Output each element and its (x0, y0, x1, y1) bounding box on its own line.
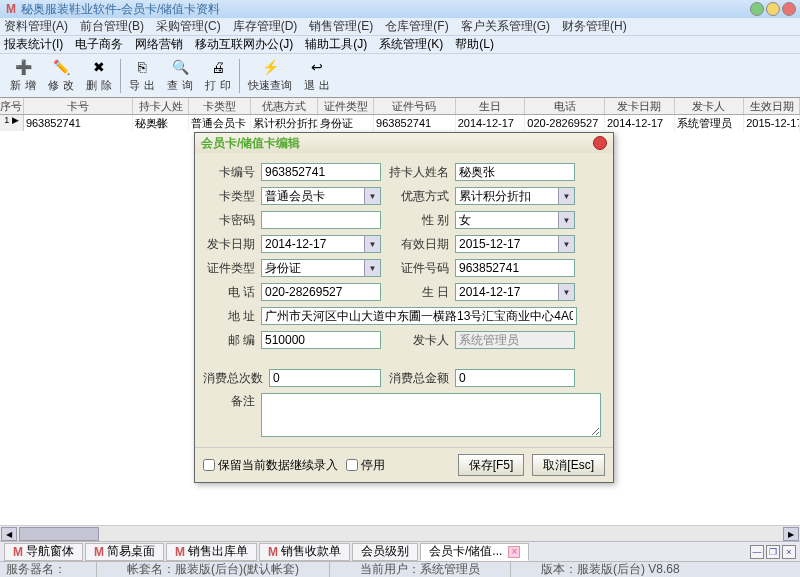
tab-member-level[interactable]: 会员级别 (352, 543, 418, 561)
cert-type-select[interactable]: 身份证▼ (261, 259, 381, 277)
gender-select[interactable]: 女▼ (455, 211, 575, 229)
count-input[interactable] (269, 369, 381, 387)
chevron-down-icon: ▼ (558, 188, 574, 204)
menu-marketing[interactable]: 网络营销 (135, 36, 183, 53)
scroll-right-icon[interactable]: ▶ (783, 527, 799, 541)
tab-sales-out[interactable]: M销售出库单 (166, 543, 257, 561)
menu-sales[interactable]: 销售管理(E) (309, 18, 373, 35)
holder-input[interactable] (455, 163, 575, 181)
tab-member-card[interactable]: 会员卡/储值...× (420, 543, 529, 561)
tab-icon: M (13, 545, 23, 559)
tab-close-icon[interactable]: × (508, 546, 520, 558)
toolbar-edit[interactable]: ✏️修 改 (42, 56, 80, 96)
card-no-input[interactable] (261, 163, 381, 181)
toolbar-exit[interactable]: ↩退 出 (298, 56, 336, 96)
discount-label: 优惠方式 (387, 188, 449, 205)
grid-header-cell[interactable]: 生日 (456, 98, 526, 114)
scroll-left-icon[interactable]: ◀ (1, 527, 17, 541)
child-minimize-button[interactable]: — (750, 545, 764, 559)
scroll-thumb[interactable] (19, 527, 99, 541)
discount-select[interactable]: 累计积分折扣▼ (455, 187, 575, 205)
issue-date-label: 发卡日期 (203, 236, 255, 253)
zip-label: 邮 编 (203, 332, 255, 349)
menu-system[interactable]: 系统管理(K) (379, 36, 443, 53)
toolbar-print[interactable]: 🖨打 印 (199, 56, 237, 96)
menu-finance[interactable]: 财务管理(H) (562, 18, 627, 35)
grid-cell: 963852741 (374, 115, 456, 131)
grid-header-cell[interactable]: 电话 (525, 98, 605, 114)
grid-cell: 普通会员卡 (189, 115, 251, 131)
stop-checkbox[interactable]: 停用 (346, 457, 385, 474)
toolbar-delete[interactable]: ✖删 除 (80, 56, 118, 96)
chevron-down-icon: ▼ (558, 236, 574, 252)
grid-header: 序号卡号持卡人姓名卡类型优惠方式证件类型证件号码生日电话发卡日期发卡人生效日期 (0, 98, 800, 115)
addr-input[interactable] (261, 307, 577, 325)
menu-mobile[interactable]: 移动互联网办公(J) (195, 36, 293, 53)
cancel-button[interactable]: 取消[Esc] (532, 454, 605, 476)
menu-inventory[interactable]: 库存管理(D) (233, 18, 298, 35)
toolbar-new[interactable]: ➕新 增 (4, 56, 42, 96)
status-server: 服务器名： (6, 561, 97, 577)
grid-header-cell[interactable]: 发卡日期 (605, 98, 675, 114)
flash-icon: ⚡ (261, 58, 279, 76)
grid-header-cell[interactable]: 卡类型 (189, 98, 251, 114)
chevron-down-icon: ▼ (364, 236, 380, 252)
save-button[interactable]: 保存[F5] (458, 454, 525, 476)
menu-data[interactable]: 资料管理(A) (4, 18, 68, 35)
menu-front[interactable]: 前台管理(B) (80, 18, 144, 35)
toolbar-export[interactable]: ⎘导 出 (123, 56, 161, 96)
menu-crm[interactable]: 客户关系管理(G) (461, 18, 550, 35)
menu-warehouse[interactable]: 仓库管理(F) (385, 18, 448, 35)
menu-report[interactable]: 报表统计(I) (4, 36, 63, 53)
zip-input[interactable] (261, 331, 381, 349)
phone-input[interactable] (261, 283, 381, 301)
edit-icon: ✏️ (52, 58, 70, 76)
grid-header-cell[interactable]: 持卡人姓名 (133, 98, 189, 114)
tab-desktop[interactable]: M简易桌面 (85, 543, 164, 561)
grid-cell: 020-28269527 (525, 115, 605, 131)
minimize-button[interactable] (750, 2, 764, 16)
grid-header-cell[interactable]: 证件类型 (318, 98, 374, 114)
close-button[interactable] (782, 2, 796, 16)
pwd-input[interactable] (261, 211, 381, 229)
grid-header-cell[interactable]: 发卡人 (675, 98, 745, 114)
menu-tools[interactable]: 辅助工具(J) (305, 36, 367, 53)
toolbar-query[interactable]: 🔍查 询 (161, 56, 199, 96)
remark-label: 备注 (203, 393, 255, 410)
remark-input[interactable] (261, 393, 601, 437)
birth-date-picker[interactable]: 2014-12-17▼ (455, 283, 575, 301)
maximize-button[interactable] (766, 2, 780, 16)
chevron-down-icon: ▼ (558, 212, 574, 228)
type-select[interactable]: 普通会员卡▼ (261, 187, 381, 205)
grid-header-cell[interactable]: 生效日期 (744, 98, 800, 114)
grid-header-cell[interactable]: 序号 (0, 98, 24, 114)
status-set: 帐套名：服装版(后台)(默认帐套) (127, 561, 330, 577)
tab-icon: M (175, 545, 185, 559)
tab-sales-receipt[interactable]: M销售收款单 (259, 543, 350, 561)
child-restore-button[interactable]: ❐ (766, 545, 780, 559)
valid-date-picker[interactable]: 2015-12-17▼ (455, 235, 575, 253)
valid-date-label: 有效日期 (387, 236, 449, 253)
menu-ecommerce[interactable]: 电子商务 (75, 36, 123, 53)
dialog-close-button[interactable] (593, 136, 607, 150)
data-grid: 序号卡号持卡人姓名卡类型优惠方式证件类型证件号码生日电话发卡日期发卡人生效日期 … (0, 98, 800, 131)
toolbar: ➕新 增 ✏️修 改 ✖删 除 ⎘导 出 🔍查 询 🖨打 印 ⚡快速查询 ↩退 … (0, 54, 800, 98)
grid-header-cell[interactable]: 优惠方式 (251, 98, 319, 114)
grid-header-cell[interactable]: 证件号码 (374, 98, 456, 114)
child-close-button[interactable]: × (782, 545, 796, 559)
cert-no-label: 证件号码 (387, 260, 449, 277)
toolbar-fast-query[interactable]: ⚡快速查询 (242, 56, 298, 96)
grid-header-cell[interactable]: 卡号 (24, 98, 133, 114)
cert-no-input[interactable] (455, 259, 575, 277)
amount-input[interactable] (455, 369, 575, 387)
grid-row[interactable]: 1 ▶963852741秘奥张普通会员卡累计积分折扣身份证96385274120… (0, 115, 800, 131)
grid-cell: 秘奥张 (133, 115, 189, 131)
menu-purchase[interactable]: 采购管理(C) (156, 18, 221, 35)
export-icon: ⎘ (133, 58, 151, 76)
keep-data-checkbox[interactable]: 保留当前数据继续录入 (203, 457, 338, 474)
horizontal-scrollbar[interactable]: ◀ ▶ (0, 525, 800, 541)
menu-help[interactable]: 帮助(L) (455, 36, 494, 53)
tab-nav[interactable]: M导航窗体 (4, 543, 83, 561)
grid-cell: 2014-12-17 (605, 115, 675, 131)
issue-date-picker[interactable]: 2014-12-17▼ (261, 235, 381, 253)
